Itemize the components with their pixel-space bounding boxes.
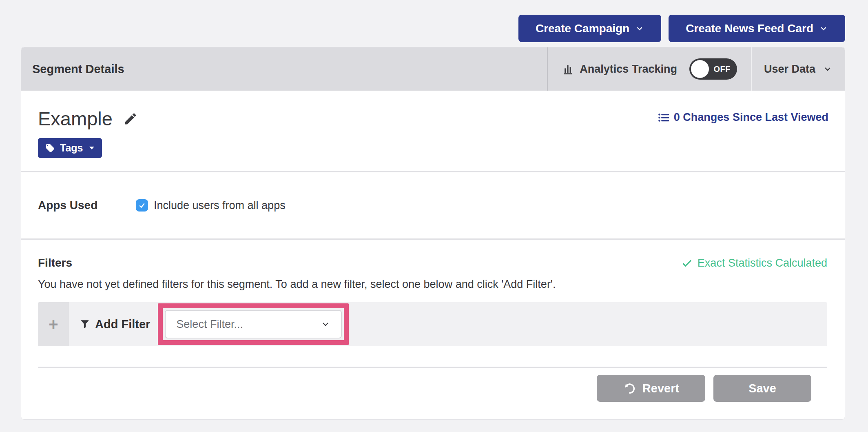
list-icon [658, 111, 670, 124]
revert-button[interactable]: Revert [597, 375, 705, 402]
segment-title-row: Example 0 Changes Since Last Viewed [21, 91, 845, 130]
include-all-apps-checkbox[interactable] [136, 199, 148, 212]
undo-icon [623, 382, 636, 395]
tags-button-label: Tags [60, 142, 83, 154]
card-footer: Revert Save [38, 368, 827, 402]
create-news-feed-card-button[interactable]: Create News Feed Card [669, 15, 845, 42]
tags-row: Tags [21, 130, 845, 158]
include-all-apps-label: Include users from all apps [154, 199, 286, 212]
add-filter-row-main: Add Filter Select Filter... [69, 302, 827, 346]
chevron-down-icon [819, 24, 828, 33]
filters-section: Filters Exact Statistics Calculated You … [21, 240, 845, 402]
user-data-label: User Data [764, 63, 815, 76]
changes-since-last-viewed-link[interactable]: 0 Changes Since Last Viewed [658, 111, 828, 124]
check-icon [681, 257, 693, 269]
highlight-annotation: Select Filter... [158, 303, 349, 345]
apps-used-row: Apps Used Include users from all apps [21, 172, 845, 238]
tags-button[interactable]: Tags [38, 138, 102, 158]
filter-select-placeholder: Select Filter... [176, 318, 243, 331]
chevron-down-icon [823, 64, 833, 74]
card-header: Segment Details Analytics Tracking OFF [21, 47, 845, 91]
plus-icon: + [49, 316, 58, 332]
add-filter-label: Add Filter [95, 318, 150, 331]
filters-title: Filters [38, 256, 72, 270]
exact-statistics-status: Exact Statistics Calculated [681, 257, 827, 269]
chevron-down-icon [321, 319, 330, 329]
bar-chart-icon [562, 63, 574, 75]
add-filter-label-group: Add Filter [80, 318, 150, 331]
revert-label: Revert [642, 382, 679, 395]
edit-pencil-icon[interactable] [123, 111, 138, 126]
include-all-apps-option: Include users from all apps [136, 199, 286, 212]
page-title: Segment Details [32, 62, 124, 76]
apps-used-label: Apps Used [38, 199, 136, 212]
tag-icon [45, 143, 55, 153]
card-header-title-wrap: Segment Details [21, 47, 547, 91]
analytics-tracking-label: Analytics Tracking [580, 63, 677, 76]
caret-down-icon [89, 146, 95, 150]
segment-details-card: Segment Details Analytics Tracking OFF [21, 47, 845, 420]
top-action-bar: Create Campaign Create News Feed Card [0, 15, 845, 42]
save-label: Save [748, 382, 776, 395]
segment-details-page: Create Campaign Create News Feed Card Se… [0, 0, 868, 432]
filters-header: Filters Exact Statistics Calculated [38, 256, 827, 270]
user-data-dropdown[interactable]: User Data [751, 47, 845, 91]
filter-select-dropdown[interactable]: Select Filter... [165, 310, 342, 338]
analytics-tracking-section: Analytics Tracking OFF [547, 47, 751, 91]
filter-funnel-icon [80, 319, 90, 330]
create-campaign-label: Create Campaign [536, 22, 629, 35]
segment-name-wrap: Example [38, 108, 138, 130]
create-campaign-button[interactable]: Create Campaign [518, 15, 661, 42]
add-filter-row: + Add Filter Select Filter... [38, 302, 827, 346]
add-filter-plus-button[interactable]: + [38, 302, 69, 346]
chevron-down-icon [635, 24, 644, 33]
create-news-feed-label: Create News Feed Card [686, 22, 813, 35]
exact-statistics-label: Exact Statistics Calculated [698, 257, 827, 269]
changes-link-label: 0 Changes Since Last Viewed [674, 111, 828, 124]
toggle-knob [691, 60, 709, 78]
save-button[interactable]: Save [713, 375, 811, 402]
check-icon [138, 201, 146, 209]
filters-empty-message: You have not yet defined filters for thi… [38, 279, 827, 290]
segment-name: Example [38, 108, 113, 130]
analytics-tracking-toggle[interactable]: OFF [689, 58, 737, 80]
toggle-state-label: OFF [713, 65, 737, 74]
